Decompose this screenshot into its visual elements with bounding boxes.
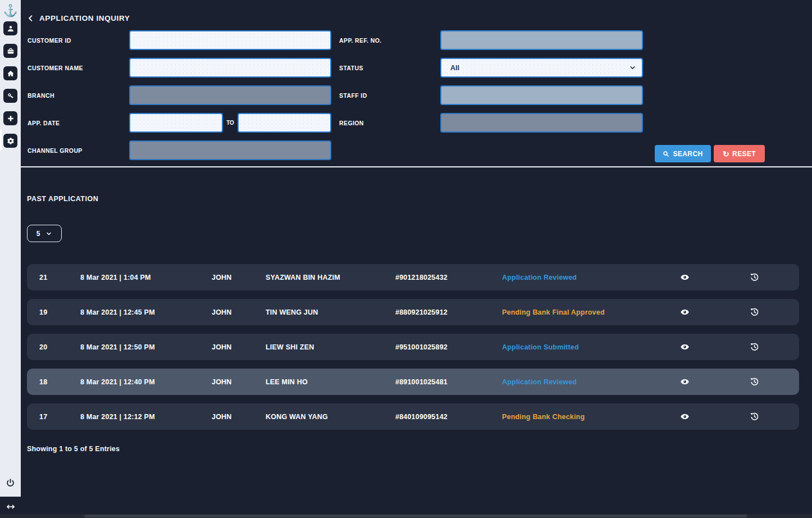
past-application-panel: PAST APPLICATION 5 21 8 Mar 2021 | 1:04 … <box>21 167 812 453</box>
row-reference-number: #880921025912 <box>395 308 502 316</box>
branch-label: BRANCH <box>27 92 129 99</box>
row-agent: JOHN <box>212 308 266 316</box>
view-button[interactable] <box>678 306 691 319</box>
chevron-down-icon <box>45 230 52 237</box>
view-button[interactable] <box>678 375 691 389</box>
sidebar-item-briefcase[interactable] <box>3 44 17 58</box>
row-customer-name: LIEW SHI ZEN <box>266 343 395 351</box>
search-button[interactable]: SEARCH <box>655 145 711 162</box>
row-status: Application Reviewed <box>502 378 659 386</box>
sidebar-item-add[interactable] <box>3 111 17 125</box>
channel-group-label: CHANNEL GROUP <box>27 147 129 154</box>
history-button[interactable] <box>748 306 761 319</box>
row-id: 18 <box>39 378 80 386</box>
history-button[interactable] <box>748 410 761 424</box>
applications-list: 21 8 Mar 2021 | 1:04 PM JOHN SYAZWAN BIN… <box>27 264 799 430</box>
status-select[interactable]: All <box>440 58 643 78</box>
power-icon <box>6 478 15 488</box>
table-row[interactable]: 20 8 Mar 2021 | 12:50 PM JOHN LIEW SHI Z… <box>27 334 799 360</box>
row-id: 20 <box>39 343 80 351</box>
page-size-value: 5 <box>37 230 40 238</box>
row-id: 21 <box>39 274 80 281</box>
view-button[interactable] <box>678 340 691 354</box>
sidebar-item-key[interactable] <box>3 89 17 103</box>
staff-id-label: STAFF ID <box>339 92 440 99</box>
row-agent: JOHN <box>212 343 266 351</box>
history-button[interactable] <box>748 340 761 354</box>
customer-name-input[interactable] <box>129 58 331 78</box>
history-icon <box>750 342 759 352</box>
app-date-from-input[interactable] <box>129 113 223 133</box>
scrollbar-thumb[interactable] <box>84 515 747 517</box>
app-date-range: TO <box>129 113 331 133</box>
row-datetime: 8 Mar 2021 | 12:50 PM <box>80 343 212 351</box>
key-icon <box>7 92 15 100</box>
arrows-horizontal-icon <box>6 503 16 510</box>
row-customer-name: KONG WAN YANG <box>266 413 395 421</box>
row-id: 17 <box>39 413 80 421</box>
table-row[interactable]: 19 8 Mar 2021 | 12:45 PM JOHN TIN WENG J… <box>27 299 799 325</box>
sidebar: ⚓ <box>0 0 21 497</box>
reset-icon: ↻ <box>723 150 729 158</box>
row-reference-number: #951001025892 <box>395 343 502 351</box>
row-agent: JOHN <box>212 378 266 386</box>
sidebar-expand-handle[interactable] <box>4 502 17 511</box>
app-date-label: APP. DATE <box>27 120 129 126</box>
to-label: TO <box>223 120 238 126</box>
app-ref-no-input <box>440 30 643 50</box>
view-button[interactable] <box>678 271 691 284</box>
chevron-left-icon <box>27 15 34 22</box>
row-reference-number: #840109095142 <box>395 413 502 421</box>
chevron-down-icon <box>629 64 636 71</box>
row-customer-name: LEE MIN HO <box>266 378 395 386</box>
logout-power-button[interactable] <box>4 476 17 489</box>
row-datetime: 8 Mar 2021 | 12:40 PM <box>80 378 212 386</box>
history-icon <box>750 377 759 387</box>
history-icon <box>750 307 759 317</box>
table-row[interactable]: 21 8 Mar 2021 | 1:04 PM JOHN SYAZWAN BIN… <box>27 264 799 290</box>
row-id: 19 <box>39 308 80 316</box>
brand-anchor-logo-icon: ⚓ <box>3 2 19 18</box>
back-button[interactable] <box>27 13 37 22</box>
row-customer-name: SYAZWAN BIN HAZIM <box>266 274 395 281</box>
view-button[interactable] <box>678 410 691 424</box>
customer-id-input[interactable] <box>129 30 331 50</box>
home-icon <box>7 70 15 78</box>
row-datetime: 8 Mar 2021 | 12:45 PM <box>80 308 212 316</box>
channel-group-input <box>129 140 331 160</box>
sidebar-item-settings[interactable] <box>3 134 17 148</box>
table-row[interactable]: 17 8 Mar 2021 | 12:12 PM JOHN KONG WAN Y… <box>27 403 799 430</box>
history-button[interactable] <box>748 375 761 389</box>
horizontal-scrollbar[interactable] <box>0 514 812 518</box>
plus-icon <box>7 115 15 122</box>
eye-icon <box>680 307 690 317</box>
history-button[interactable] <box>748 271 761 284</box>
region-label: REGION <box>339 120 440 126</box>
user-icon <box>7 25 15 33</box>
search-button-label: SEARCH <box>673 150 702 158</box>
customer-id-label: CUSTOMER ID <box>27 37 129 44</box>
reset-button[interactable]: ↻ RESET <box>714 145 765 162</box>
active-nav-indicator <box>0 129 2 151</box>
reset-button-label: RESET <box>732 150 756 158</box>
app-ref-no-label: APP. REF. NO. <box>339 37 440 44</box>
search-icon <box>663 151 673 157</box>
application-inquiry-panel: APPLICATION INQUIRY CUSTOMER ID APP. REF… <box>21 0 812 167</box>
past-application-title: PAST APPLICATION <box>27 195 812 203</box>
row-customer-name: TIN WENG JUN <box>266 308 395 316</box>
sidebar-item-user[interactable] <box>3 21 17 35</box>
table-row[interactable]: 18 8 Mar 2021 | 12:40 PM JOHN LEE MIN HO… <box>27 369 799 395</box>
page-size-select[interactable]: 5 <box>27 225 62 242</box>
eye-icon <box>680 377 690 387</box>
branch-input <box>129 85 331 105</box>
row-reference-number: #901218025432 <box>395 274 502 281</box>
app-date-to-input[interactable] <box>238 113 331 133</box>
row-status: Application Reviewed <box>502 274 659 281</box>
form-actions: SEARCH ↻ RESET <box>655 145 765 162</box>
sidebar-item-home[interactable] <box>3 66 17 80</box>
eye-icon <box>680 412 690 421</box>
eye-icon <box>680 342 690 352</box>
history-icon <box>750 272 759 282</box>
briefcase-icon <box>7 47 15 55</box>
region-input <box>440 113 643 133</box>
